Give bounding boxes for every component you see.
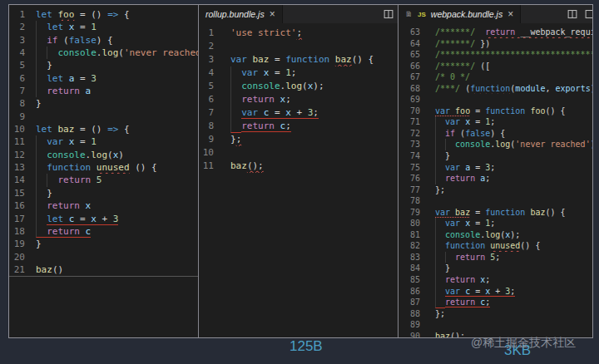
watermark: @稀土掘金技术社区 [471, 336, 576, 351]
code-line: 75 var a = 3; [399, 162, 592, 174]
split-editor-icon[interactable] [567, 9, 577, 19]
editor-window: 1let foo = () => {2 let x = 13 if (false… [8, 4, 593, 338]
code-line: 6 let a = 3 [9, 72, 198, 85]
code-line: 4 var x = 1; [199, 66, 398, 80]
code-line: 84 } [399, 263, 592, 274]
code-line: 7 var c = x + 3; [199, 106, 398, 120]
tab-rollup-close-icon[interactable]: × [270, 9, 275, 19]
tab-rollup-bundle[interactable]: rollup.bundle.js × [199, 5, 283, 23]
code-line: 89 [399, 319, 592, 331]
code-line: 72 if (false) { [399, 128, 592, 140]
code-line: 21baz() [9, 263, 198, 277]
split-editor-icon[interactable] [384, 9, 394, 19]
tab-webpack-label: webpack.bundle.js [431, 9, 502, 19]
code-line: 66/******/ ([ [399, 61, 592, 72]
code-line: 65/*************************************… [399, 49, 592, 61]
rollup-size-label: 125B [290, 338, 323, 355]
code-line: 10 [199, 146, 398, 160]
code-line: 78 [399, 195, 592, 207]
code-line: 1let foo = () => { [9, 8, 198, 21]
code-line: 13 function unused () { [9, 161, 198, 174]
rollup-tabbar: rollup.bundle.js × [199, 5, 398, 23]
code-line: 82 function unused() { [399, 240, 592, 252]
code-line: 14 return 5 [9, 174, 198, 186]
code-line: 87 return c; [399, 297, 592, 308]
code-line: 86 var c = x + 3; [399, 286, 592, 298]
code-line: 74 } [399, 150, 592, 162]
code-line: 11 var x = 1 [9, 135, 198, 148]
code-line: 81 console.log(x); [399, 229, 592, 241]
pane-webpack[interactable]: 🗎 JS webpack.bundle.js × 6 [399, 5, 592, 337]
code-line: 70var foo = function foo() { [399, 106, 592, 117]
code-line: 18 return c [9, 225, 198, 238]
code-line: 19} [9, 238, 198, 250]
code-line: 77}; [399, 184, 592, 196]
code-line: 2 let x = 1 [9, 21, 198, 33]
screenshot-root: { "footer": { "rollup_size": "125B", "we… [0, 0, 599, 364]
code-line: 4 console.log('never reached') [9, 47, 198, 59]
code-line: 3var baz = function baz() { [199, 53, 398, 66]
pane-webpack-code[interactable]: 63/******/ return __webpack_require__64/… [399, 27, 592, 337]
code-line: 20 [9, 251, 198, 263]
pane-divider-1[interactable] [198, 5, 199, 337]
code-line: 5 console.log(x); [199, 80, 398, 93]
editor-layout-icon[interactable] [585, 9, 592, 19]
file-icon: 🗎 [405, 10, 413, 18]
code-line: 3 if (false) { [9, 34, 198, 47]
pane-source[interactable]: 1let foo = () => {2 let x = 13 if (false… [9, 5, 198, 337]
js-file-icon: JS [418, 11, 426, 18]
code-line: 16 return x [9, 199, 198, 212]
code-line: 17 let c = x + 3 [9, 213, 198, 225]
code-line: 64/******/ }) [399, 38, 592, 50]
code-line: 67/* 0 */ [399, 71, 592, 83]
tab-rollup-label: rollup.bundle.js [205, 9, 265, 19]
code-line: 88}; [399, 308, 592, 320]
code-line: 8} [9, 97, 198, 110]
pane-rollup-code[interactable]: 1'use strict';23var baz = function baz()… [199, 27, 398, 173]
code-line: 8 return c; [199, 120, 398, 133]
code-line: 9}; [199, 133, 398, 146]
code-line: 68/***/ (function(module, exports) [399, 83, 592, 95]
code-line: 63/******/ return __webpack_require__ [399, 27, 592, 38]
code-line: 69 [399, 94, 592, 106]
code-line: 73 console.log('never reached'); [399, 139, 592, 150]
code-line: 85 return x; [399, 274, 592, 286]
code-line: 7 return a [9, 85, 198, 97]
pane-source-code[interactable]: 1let foo = () => {2 let x = 13 if (false… [9, 8, 198, 277]
code-line: 80 var x = 1; [399, 218, 592, 229]
code-line: 5 } [9, 59, 198, 71]
code-line: 2 [199, 40, 398, 53]
pane-rollup[interactable]: rollup.bundle.js × 1'use strict';23var b… [199, 5, 398, 337]
code-line: 11baz(); [199, 160, 398, 173]
code-line: 12 console.log(x) [9, 149, 198, 161]
pane-divider-2[interactable] [398, 5, 399, 337]
code-line: 15 } [9, 187, 198, 199]
code-line: 6 return x; [199, 93, 398, 106]
tab-webpack-bundle[interactable]: 🗎 JS webpack.bundle.js × [399, 5, 521, 23]
code-line: 79var baz = function baz() { [399, 207, 592, 219]
tab-webpack-close-icon[interactable]: × [507, 9, 513, 19]
code-line: 1'use strict'; [199, 27, 398, 40]
code-line: 76 return a; [399, 173, 592, 184]
webpack-tabbar: 🗎 JS webpack.bundle.js × [399, 5, 592, 23]
code-line: 71 var x = 1; [399, 116, 592, 128]
code-line: 10let baz = () => { [9, 123, 198, 135]
code-line: 83 return 5; [399, 252, 592, 263]
code-line: 9 [9, 111, 198, 123]
